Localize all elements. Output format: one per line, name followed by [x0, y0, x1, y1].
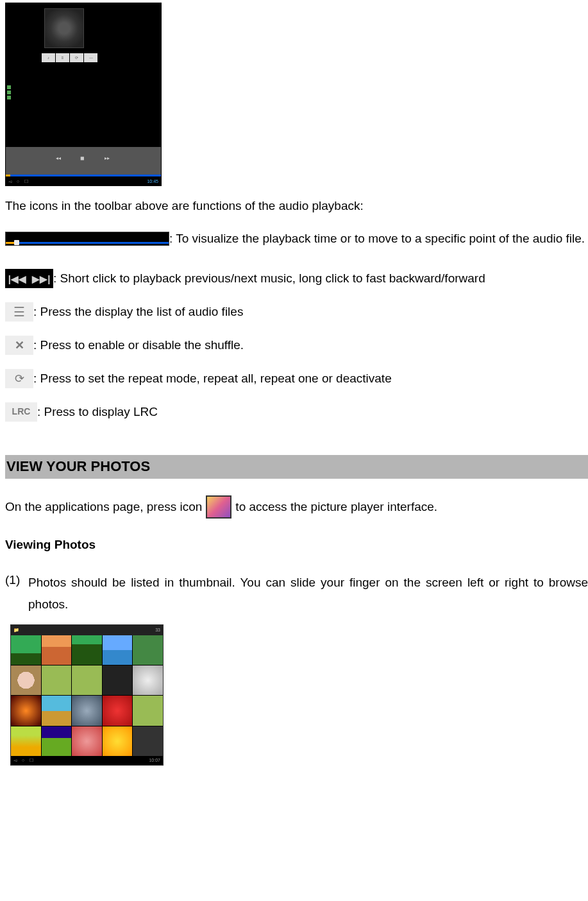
- seekbar-icon: [5, 232, 169, 246]
- gallery-count: 33: [155, 627, 160, 633]
- statusbar-time: 10:45: [147, 178, 158, 185]
- viewing-photos-heading: Viewing Photos: [5, 536, 588, 554]
- list-description: : Press the display the list of audio fi…: [33, 304, 243, 321]
- album-art-icon: [44, 8, 84, 48]
- prev-next-icon: |◀◀▶▶|: [5, 269, 53, 288]
- lrc-description: : Press to display LRC: [37, 404, 158, 421]
- repeat-icon: ⟳: [5, 369, 33, 388]
- gallery-statusbar-time: 10:07: [149, 757, 160, 764]
- photo-intro-prefix: On the applications page, press icon: [5, 499, 202, 516]
- photo-intro-suffix: to access the picture player interface.: [235, 499, 437, 516]
- playlist-icon: ☰: [5, 302, 33, 322]
- prevnext-description: : Short click to playback previous/next …: [53, 270, 485, 287]
- shuffle-icon: ✕: [5, 336, 33, 355]
- shuffle-description: : Press to enable or disable the shuffle…: [33, 337, 244, 354]
- repeat-description: : Press to set the repeat mode, repeat a…: [33, 370, 392, 388]
- lrc-icon: LRC: [5, 402, 37, 422]
- gallery-folder-icon: 📁: [13, 627, 19, 633]
- music-player-screenshot: ♪ ≡ ⟳ ⋯ ◂◂ ◼ ▸▸ ◅○☐ 10:45: [5, 3, 162, 186]
- gallery-screenshot: 📁 33 ◅○☐ 10:07: [10, 624, 164, 766]
- intro-text: The icons in the toolbar above are funct…: [5, 198, 588, 215]
- seekbar-description: : To visualize the playback time or to m…: [169, 230, 585, 248]
- list-text-1: Photos should be listed in thumbnail. Yo…: [28, 572, 588, 615]
- section-header-photos: VIEW YOUR PHOTOS: [5, 455, 588, 479]
- list-number-1: (1): [5, 572, 28, 589]
- gallery-app-icon: [206, 495, 231, 519]
